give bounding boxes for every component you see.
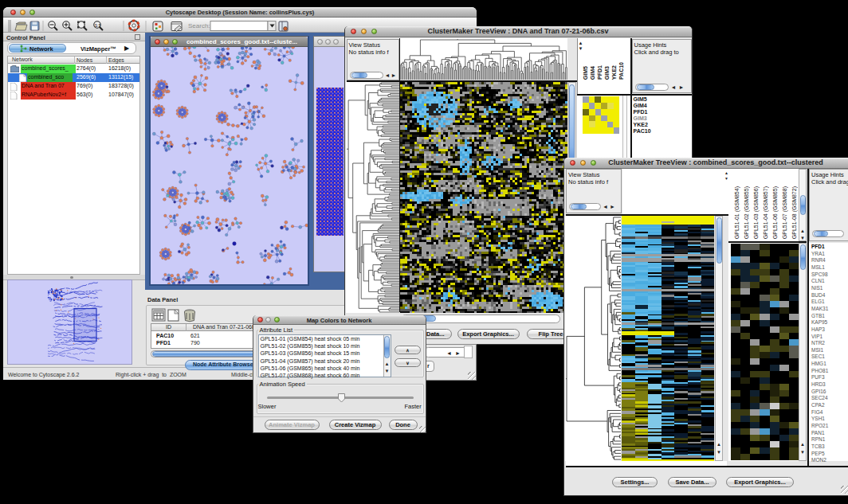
- svg-text:Search:: Search:: [188, 22, 210, 29]
- svg-text:1:1: 1:1: [95, 23, 100, 28]
